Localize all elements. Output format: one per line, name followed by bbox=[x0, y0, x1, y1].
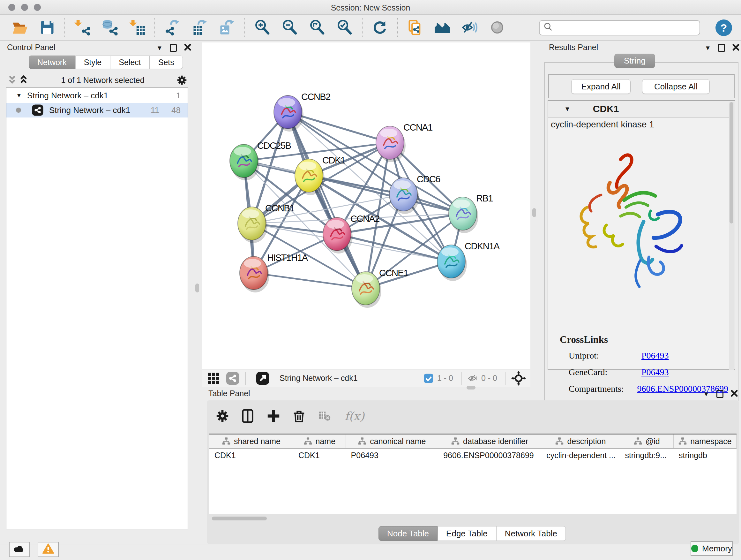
column-header-namespace[interactable]: namespace bbox=[674, 435, 737, 448]
tab-style[interactable]: Style bbox=[75, 56, 111, 69]
fit-content-icon[interactable] bbox=[511, 371, 526, 386]
expand-all-button[interactable]: Expand All bbox=[571, 79, 630, 94]
node-CDKN1A[interactable] bbox=[437, 245, 467, 281]
cell-description[interactable]: cyclin-dependent ... bbox=[541, 449, 620, 462]
results-scrollbar[interactable] bbox=[729, 102, 734, 370]
memory-button[interactable]: Memory bbox=[690, 541, 733, 556]
column-header-description[interactable]: description bbox=[541, 435, 620, 448]
crosslink-link[interactable]: P06493 bbox=[642, 367, 669, 377]
node-HIST1H1A[interactable] bbox=[240, 256, 269, 293]
node-label-HIST1H1A: HIST1H1A bbox=[267, 253, 308, 263]
search-icon bbox=[543, 22, 553, 33]
delete-column-icon[interactable] bbox=[292, 409, 307, 423]
panel-menu-icon[interactable]: ▼ bbox=[156, 44, 163, 52]
warnings-button[interactable] bbox=[38, 542, 59, 557]
birdseye-view-icon[interactable] bbox=[255, 371, 270, 386]
network-collection-row[interactable]: ▼ String Network – cdk1 1 bbox=[6, 88, 188, 103]
node-label-CCNE1: CCNE1 bbox=[379, 268, 408, 278]
tab-network[interactable]: Network bbox=[29, 56, 75, 69]
close-panel-icon[interactable] bbox=[184, 44, 192, 52]
collapse-all-button[interactable]: Collapse All bbox=[642, 79, 710, 94]
zoom-in-button[interactable] bbox=[253, 18, 271, 37]
cell-namespace[interactable]: stringdb bbox=[674, 449, 737, 462]
cell-database-identifier[interactable]: 9606.ENSP00000378699 bbox=[438, 449, 541, 462]
export-image-button[interactable] bbox=[218, 18, 236, 37]
cdk1-section-header[interactable]: ▼ CDK1 bbox=[548, 101, 730, 118]
import-network-file-button[interactable] bbox=[73, 18, 91, 37]
float-panel-icon[interactable] bbox=[717, 390, 724, 398]
help-button[interactable]: ? bbox=[716, 19, 732, 36]
cell-@id[interactable]: stringdb:9... bbox=[620, 449, 674, 462]
left-splitter-handle[interactable] bbox=[195, 284, 199, 293]
collection-count: 1 bbox=[176, 91, 181, 101]
hidden-eye-icon bbox=[467, 373, 478, 384]
import-table-file-button[interactable] bbox=[128, 18, 146, 37]
node-label-CDKN1A: CDKN1A bbox=[465, 241, 499, 252]
main-toolbar: ? bbox=[0, 15, 741, 41]
string-view-icon[interactable] bbox=[225, 371, 240, 386]
results-panel-title: Results Panel bbox=[549, 43, 598, 52]
tab-string[interactable]: String bbox=[614, 54, 655, 68]
cell-shared-name[interactable]: CDK1 bbox=[209, 449, 293, 462]
tab-edge-table[interactable]: Edge Table bbox=[437, 526, 496, 541]
save-session-button[interactable] bbox=[38, 18, 56, 37]
table-horizontal-scrollbar[interactable] bbox=[209, 516, 737, 521]
panel-menu-icon[interactable]: ▼ bbox=[703, 390, 710, 398]
column-header-name[interactable]: name bbox=[293, 435, 346, 448]
expand-collection-icon[interactable]: ▼ bbox=[16, 92, 22, 99]
show-hidden-button[interactable] bbox=[488, 18, 506, 37]
tab-select[interactable]: Select bbox=[110, 56, 149, 69]
cloud-services-button[interactable] bbox=[9, 542, 30, 557]
hide-selected-button[interactable] bbox=[461, 18, 479, 37]
table-tabs: Node TableEdge TableNetwork Table bbox=[379, 526, 566, 541]
search-input[interactable] bbox=[556, 23, 696, 32]
column-header-@id[interactable]: @id bbox=[620, 435, 674, 448]
export-network-button[interactable] bbox=[163, 18, 181, 37]
float-panel-icon[interactable] bbox=[718, 44, 725, 52]
network-graph[interactable] bbox=[202, 43, 530, 369]
add-column-icon[interactable] bbox=[266, 409, 281, 423]
node-CCNA1[interactable] bbox=[376, 126, 406, 162]
expand-all-icon[interactable] bbox=[18, 74, 29, 86]
node-RB1[interactable] bbox=[449, 197, 478, 233]
table-options-gear-icon[interactable] bbox=[215, 409, 230, 423]
node-CCNE1[interactable] bbox=[352, 272, 381, 308]
right-splitter-handle[interactable] bbox=[532, 208, 536, 217]
collapse-section-icon[interactable]: ▼ bbox=[564, 105, 570, 113]
zoom-out-button[interactable] bbox=[281, 18, 299, 37]
tab-sets[interactable]: Sets bbox=[150, 56, 183, 69]
node-CDK1[interactable] bbox=[295, 159, 325, 195]
column-header-shared-name[interactable]: shared name bbox=[209, 435, 293, 448]
panel-menu-icon[interactable]: ▼ bbox=[704, 44, 711, 52]
column-header-database-identifier[interactable]: database identifier bbox=[438, 435, 541, 448]
tab-node-table[interactable]: Node Table bbox=[379, 526, 437, 541]
show-network-home-button[interactable] bbox=[433, 18, 451, 37]
cell-name[interactable]: CDK1 bbox=[293, 449, 346, 462]
column-header-canonical-name[interactable]: canonical name bbox=[346, 435, 439, 448]
network-options-gear-icon[interactable] bbox=[176, 74, 188, 86]
selected-checkbox-icon[interactable] bbox=[423, 373, 434, 384]
open-session-button[interactable] bbox=[11, 18, 29, 37]
tab-network-table[interactable]: Network Table bbox=[496, 526, 566, 541]
view-grid-icon[interactable] bbox=[206, 371, 221, 386]
export-table-button[interactable] bbox=[191, 18, 209, 37]
network-row-selected[interactable]: String Network – cdk1 11 48 bbox=[6, 103, 188, 118]
cell-canonical-name[interactable]: P06493 bbox=[346, 449, 439, 462]
import-network-database-button[interactable] bbox=[101, 18, 119, 37]
node-CCNB2[interactable] bbox=[274, 96, 304, 132]
horizontal-splitter-handle[interactable] bbox=[467, 386, 475, 389]
collapse-all-icon[interactable] bbox=[6, 74, 18, 86]
close-panel-icon[interactable] bbox=[732, 44, 740, 52]
refresh-view-button[interactable] bbox=[371, 18, 389, 37]
close-panel-icon[interactable] bbox=[731, 389, 738, 398]
column-tree-icon bbox=[358, 437, 367, 446]
crosslink-link[interactable]: P06493 bbox=[642, 351, 669, 361]
table-row[interactable]: CDK1CDK1P064939606.ENSP00000378699cyclin… bbox=[209, 449, 737, 462]
float-panel-icon[interactable] bbox=[170, 44, 177, 52]
clone-network-button[interactable] bbox=[406, 18, 424, 37]
zoom-fit-button[interactable] bbox=[308, 18, 326, 37]
zoom-selected-button[interactable] bbox=[336, 18, 354, 37]
show-columns-icon[interactable] bbox=[241, 409, 255, 423]
search-box[interactable] bbox=[539, 20, 700, 36]
network-canvas[interactable]: CCNB2CCNA1CDC25BCDK1CDC6RB1CCNB1CCNA2CDK… bbox=[202, 43, 530, 369]
